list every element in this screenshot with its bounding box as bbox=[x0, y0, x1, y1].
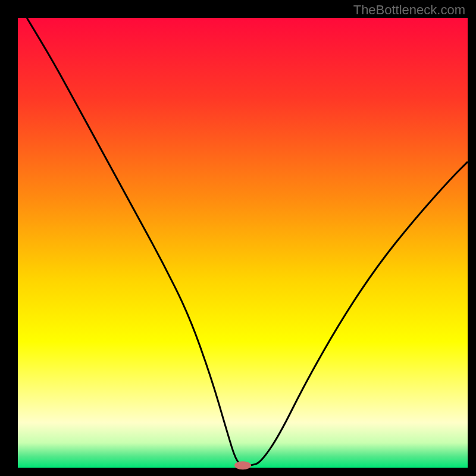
bottleneck-chart: TheBottleneck.com bbox=[0, 0, 476, 476]
minimum-marker bbox=[234, 461, 251, 469]
plot-background bbox=[18, 18, 468, 468]
watermark-text: TheBottleneck.com bbox=[353, 2, 465, 18]
chart-svg bbox=[0, 0, 476, 476]
